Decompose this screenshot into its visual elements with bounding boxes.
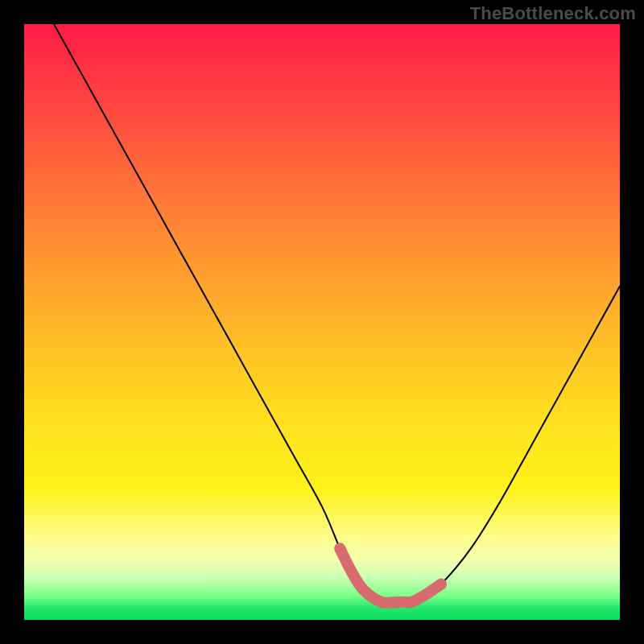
bottleneck-highlight xyxy=(340,548,441,603)
plot-area xyxy=(24,24,620,620)
watermark-label: TheBottleneck.com xyxy=(470,3,636,24)
chart-frame: TheBottleneck.com xyxy=(0,0,644,644)
bottleneck-curve xyxy=(54,24,620,603)
curve-layer xyxy=(24,24,620,620)
